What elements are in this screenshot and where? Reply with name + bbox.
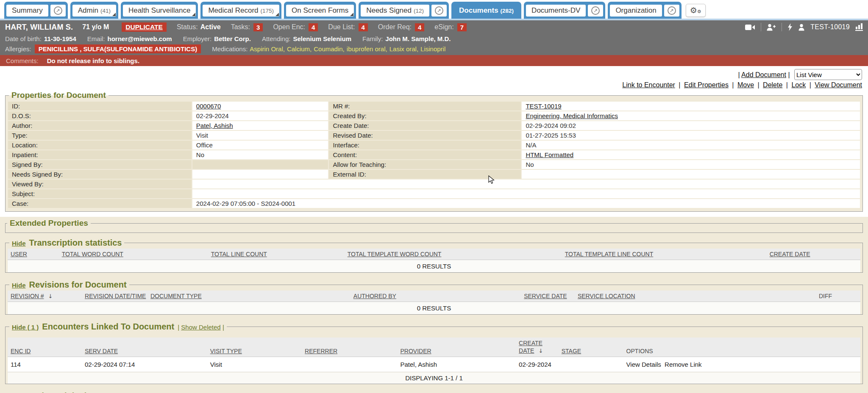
add-document-link[interactable]: Add Document xyxy=(741,71,786,78)
tab-settings-button[interactable]: ⚙⚙ xyxy=(686,4,706,17)
column-header-label: TOTAL LINE COUNT xyxy=(211,251,267,257)
column-header-service-location[interactable]: SERVICE LOCATION xyxy=(575,291,790,302)
column-header-total-template-line-count[interactable]: TOTAL TEMPLATE LINE COUNT xyxy=(562,249,767,260)
table-cell xyxy=(559,357,623,372)
tab-on-screen-forms[interactable]: On Screen Forms xyxy=(284,2,356,19)
view-mode-select[interactable]: List View xyxy=(794,69,862,80)
duplicate-badge[interactable]: DUPLICATE xyxy=(122,22,167,32)
action-lock[interactable]: Lock xyxy=(791,81,806,89)
column-header-referrer[interactable]: REFERRER xyxy=(302,338,397,357)
column-header-user[interactable]: USER xyxy=(8,249,59,260)
encounters-fieldset: Hide ( 1 ) Encounters Linked To Document… xyxy=(5,322,863,384)
option-remove-link[interactable]: Remove Link xyxy=(665,361,702,368)
property-value: 02-29-2024 09:02 xyxy=(522,121,860,130)
property-value-link[interactable]: Engineering, Medical Informatics xyxy=(526,112,618,119)
tab-admin[interactable]: Admin(41) xyxy=(70,2,118,19)
column-header-authored-by[interactable]: AUTHORED BY xyxy=(351,291,521,302)
column-header-label: DIFF xyxy=(819,293,832,299)
counter-label-due-list: Due List: xyxy=(328,23,355,31)
tab-needs-signed[interactable]: Needs Signed(12)↗ xyxy=(359,2,449,19)
column-header-serv-date[interactable]: SERV DATE xyxy=(82,338,207,357)
column-header-revision-date-time[interactable]: REVISION DATE/TIME xyxy=(82,291,147,302)
medication-link-aspirin-oral[interactable]: Aspirin Oral, xyxy=(250,45,285,53)
action-move[interactable]: Move xyxy=(737,81,754,89)
tab-popout-button[interactable]: ↗ xyxy=(431,5,447,17)
action-link-to-encounter[interactable]: Link to Encounter xyxy=(622,81,675,89)
property-row-subject: Subject: xyxy=(8,189,860,198)
medication-link-calcium[interactable]: Calcium, xyxy=(287,45,312,53)
counter-badge-due-list[interactable]: 4 xyxy=(359,23,368,31)
medication-link-lisinopril[interactable]: Lisinopril xyxy=(420,45,445,53)
column-header-total-template-word-count[interactable]: TOTAL TEMPLATE WORD COUNT xyxy=(345,249,562,260)
tab-popout-button[interactable]: ↗ xyxy=(588,5,603,17)
hide-encounters-link[interactable]: Hide ( 1 ) xyxy=(12,324,39,331)
orders-title: Orders Linked To Document xyxy=(29,391,142,393)
option-view-details[interactable]: View Details xyxy=(626,361,663,368)
separator: | xyxy=(730,81,736,89)
counter-badge-open-enc[interactable]: 4 xyxy=(309,23,318,31)
medication-link-lasix-oral[interactable]: Lasix oral, xyxy=(389,45,418,53)
sort-descending-icon: ↓ xyxy=(538,348,543,354)
column-header-provider[interactable]: PROVIDER xyxy=(397,338,516,357)
empty-results-row: 0 RESULTS xyxy=(8,302,860,315)
hide-revisions-link[interactable]: Hide xyxy=(12,282,26,289)
action-edit-properties[interactable]: Edit Properties xyxy=(684,81,729,89)
tab-organization[interactable]: Organization↗ xyxy=(608,2,681,19)
counter-badge-esign[interactable]: 7 xyxy=(457,23,467,31)
column-header-service-date[interactable]: SERVICE DATE xyxy=(521,291,575,302)
medication-link-ibuprofen-oral[interactable]: ibuprofen oral, xyxy=(347,45,387,53)
property-value-link[interactable]: Patel, Ashish xyxy=(196,122,233,129)
column-header-label: OPTIONS xyxy=(626,348,653,354)
property-value: Visit xyxy=(192,131,328,140)
action-delete[interactable]: Delete xyxy=(763,81,782,89)
user-icon[interactable] xyxy=(798,24,805,31)
column-header-enc-id[interactable]: ENC ID xyxy=(8,338,82,357)
revisions-table: REVISION #↓REVISION DATE/TIMEDOCUMENT TY… xyxy=(8,291,860,314)
tab-popout-button[interactable]: ↗ xyxy=(50,5,66,17)
add-user-icon[interactable] xyxy=(767,24,776,31)
property-value: Office xyxy=(192,141,328,149)
property-value xyxy=(522,170,860,179)
column-header-create-date[interactable]: CREATEDATE↓ xyxy=(516,338,559,357)
show-deleted-link[interactable]: Show Deleted xyxy=(181,324,220,331)
column-header-stage[interactable]: STAGE xyxy=(559,338,623,357)
property-value-link[interactable]: HTML Formatted xyxy=(526,151,573,158)
patient-counters: Tasks:3Open Enc:4Due List:4Order Req:4eS… xyxy=(221,23,467,31)
tab-documents[interactable]: Documents(282) xyxy=(451,2,521,19)
tab-count: (175) xyxy=(261,8,274,14)
property-label: Author: xyxy=(8,121,192,130)
column-header-total-line-count[interactable]: TOTAL LINE COUNT xyxy=(208,249,345,260)
tab-medical-record[interactable]: Medical Record(175) xyxy=(200,2,281,19)
hide-transcription-link[interactable]: Hide xyxy=(12,240,26,247)
action-view-document[interactable]: View Document xyxy=(815,81,862,89)
property-value-link[interactable]: TEST-10019 xyxy=(526,102,561,110)
allergy-badge[interactable]: PENICILLINS , SULFA(SULFONAMIDE ANTIBIOT… xyxy=(35,44,201,53)
tab-health-surveillance[interactable]: Health Surveillance xyxy=(121,2,198,19)
comments-bar: Comments: Do not release info to sibling… xyxy=(0,55,868,66)
column-header-revision[interactable]: REVISION #↓ xyxy=(8,291,82,302)
property-value-link[interactable]: 0000670 xyxy=(196,102,221,110)
counter-label-open-enc: Open Enc: xyxy=(273,23,305,31)
property-value: TEST-10019 xyxy=(522,102,860,111)
tab-summary[interactable]: Summary↗ xyxy=(4,2,68,19)
column-header-document-type[interactable]: DOCUMENT TYPE xyxy=(147,291,351,302)
counter-badge-tasks[interactable]: 3 xyxy=(253,23,263,31)
column-header-total-word-count[interactable]: TOTAL WORD COUNT xyxy=(59,249,208,260)
property-label: Interface: xyxy=(329,141,521,149)
medication-link-coumadin[interactable]: Coumadin, xyxy=(314,45,345,53)
column-header-visit-type[interactable]: VISIT TYPE xyxy=(207,338,302,357)
revisions-title: Revisions for Document xyxy=(29,280,127,290)
video-camera-icon[interactable] xyxy=(745,24,755,30)
column-header-create-date[interactable]: CREATE DATE xyxy=(767,249,860,260)
property-row-viewed-by: Viewed By: xyxy=(8,180,860,188)
column-header-label: REVISION DATE/TIME xyxy=(85,293,146,299)
tab-popout-button[interactable]: ↗ xyxy=(664,5,679,17)
lightning-icon[interactable] xyxy=(787,23,793,31)
counter-badge-order-req[interactable]: 4 xyxy=(415,23,424,31)
paging-text: DISPLAYING 1-1 / 1 xyxy=(8,372,860,384)
tab-documents-dv[interactable]: Documents-DV↗ xyxy=(524,2,605,19)
property-row-needs-signed-by: Needs Signed By:External ID: xyxy=(8,170,860,179)
table-cell: 02-29-2024 xyxy=(516,357,559,372)
flowsheet-chart-icon[interactable] xyxy=(855,23,863,31)
allergies-row: Allergies: PENICILLINS , SULFA(SULFONAMI… xyxy=(5,44,863,55)
